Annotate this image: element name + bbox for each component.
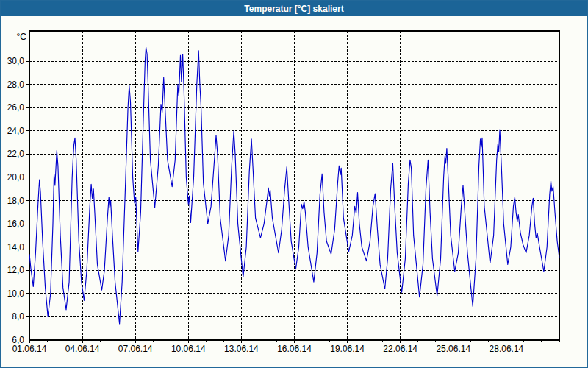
y-tick-label: 20,0 [7,172,25,183]
y-tick-label: 22,0 [7,149,25,159]
x-tick-label: 07.06.14 [118,344,153,354]
x-tick-label: 10.06.14 [171,344,206,354]
y-tick-label: 26,0 [7,102,25,113]
x-tick-label: 13.06.14 [224,344,259,354]
x-tick-label: 16.06.14 [277,344,312,354]
y-tick-label: 28,0 [7,79,25,90]
x-tick-label: 25.06.14 [436,344,470,354]
chart-area: 30,028,026,024,022,020,018,016,014,012,0… [1,18,587,367]
y-tick-label: 24,0 [7,126,25,136]
y-tick-label: 14,0 [7,242,25,252]
chart-title: Temperatur [°C] skaliert [244,4,343,14]
x-tick-label: 04.06.14 [65,344,100,354]
x-tick-label: 22.06.14 [383,344,417,354]
x-tick-label: 28.06.14 [490,344,524,354]
y-tick-label: 16,0 [7,219,25,229]
x-tick-label: 19.06.14 [330,344,365,354]
temperature-chart: 30,028,026,024,022,020,018,016,014,012,0… [1,18,587,368]
chart-window: Temperatur [°C] skaliert 30,028,026,024,… [0,0,588,368]
title-bar: Temperatur [°C] skaliert [1,1,587,16]
x-tick-label: 01.06.14 [12,344,47,354]
y-tick-label: 18,0 [7,196,25,206]
y-tick-label: 8,0 [12,311,24,322]
y-tick-label: 12,0 [7,265,25,275]
y-tick-label: 10,0 [7,289,25,299]
y-tick-label: 30,0 [7,56,25,66]
y-axis-unit-label: °C [17,32,27,42]
